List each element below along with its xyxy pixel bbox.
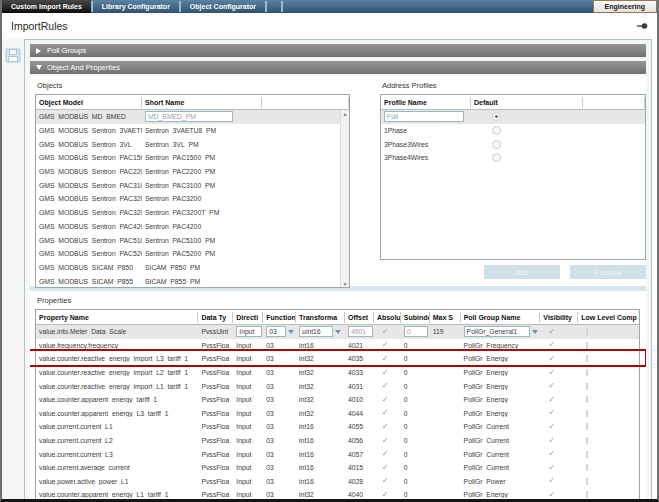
absolute-checkbox[interactable]: ✓: [377, 450, 389, 458]
absolute-checkbox[interactable]: ✓: [377, 341, 389, 349]
section-header-poll-groups[interactable]: Poll Groups: [30, 44, 646, 57]
tab-custom-import-rules[interactable]: Custom Import Rules: [2, 0, 91, 13]
absolute-checkbox[interactable]: ✓: [377, 423, 389, 431]
object-row[interactable]: GMS_MODBUS_Sentron_PAC4200Sentron_PAC420…: [36, 220, 340, 234]
object-row[interactable]: GMS_MODBUS_Sentron_PAC3200Sentron_PAC320…: [36, 206, 340, 220]
remove-button[interactable]: Remove: [570, 265, 646, 279]
property-row[interactable]: value.counter.apparent_energy_L1_tariff_…: [36, 488, 639, 502]
low-level-checkbox[interactable]: [586, 369, 588, 376]
add-button[interactable]: Add: [484, 265, 560, 279]
subindex-input[interactable]: 0: [404, 326, 428, 337]
visibility-checkbox[interactable]: ✓: [543, 328, 555, 336]
profile-row[interactable]: 1Phase: [381, 124, 645, 138]
property-row[interactable]: value.current.current_L2PvssFloaInput03i…: [36, 434, 639, 448]
absolute-checkbox[interactable]: ✓: [377, 477, 389, 485]
absolute-checkbox[interactable]: ✓: [377, 491, 389, 499]
object-row[interactable]: GMS_MODBUS_SICAM_P850SICAM_P850_PM: [36, 261, 340, 275]
low-level-checkbox[interactable]: [586, 478, 588, 485]
absolute-checkbox[interactable]: ✓: [377, 328, 389, 336]
object-row[interactable]: GMS_MODBUS_Sentron_PAC5100Sentron_PAC510…: [36, 233, 340, 247]
visibility-checkbox[interactable]: ✓: [543, 423, 555, 431]
pin-icon[interactable]: [636, 17, 648, 35]
absolute-checkbox[interactable]: ✓: [377, 369, 389, 377]
visibility-checkbox[interactable]: ✓: [543, 477, 555, 485]
function-input[interactable]: 03: [266, 326, 286, 337]
property-row[interactable]: value.counter.reactive_energy_import_L2_…: [36, 366, 639, 380]
visibility-cell: ✓: [540, 382, 578, 390]
object-row[interactable]: GMS_MODBUS_Sentron_PAC2200Sentron_PAC220…: [36, 165, 340, 179]
direction-input[interactable]: Input: [236, 326, 262, 337]
absolute-checkbox[interactable]: ✓: [377, 382, 389, 390]
engineering-mode-button[interactable]: Engineering: [593, 0, 657, 13]
object-row[interactable]: GMS_MODBUS_Sentron_3VLSentron_3VL_PM: [36, 137, 340, 151]
visibility-checkbox[interactable]: ✓: [543, 355, 555, 363]
visibility-checkbox[interactable]: ✓: [543, 409, 555, 417]
object-row[interactable]: GMS_MODBUS_SICAM_P855SICAM_P855_PM: [36, 274, 340, 288]
dropdown-icon[interactable]: [288, 330, 294, 334]
poll-group-input[interactable]: PollGr_General1: [464, 326, 530, 337]
dropdown-icon[interactable]: [532, 330, 538, 334]
tab-library-configurator[interactable]: Library Configurator: [93, 0, 179, 13]
object-row[interactable]: GMS_MODBUS_Sentron_PAC3200Sentron_PAC320…: [36, 192, 340, 206]
save-icon[interactable]: [5, 49, 21, 66]
low-level-checkbox[interactable]: [586, 491, 588, 498]
property-row[interactable]: value.info.Meter_Data_ScalePvssUintInput…: [36, 325, 639, 339]
property-row[interactable]: value.current.current_L1PvssFloaInput03i…: [36, 420, 639, 434]
absolute-checkbox[interactable]: ✓: [377, 396, 389, 404]
absolute-checkbox[interactable]: ✓: [377, 409, 389, 417]
visibility-checkbox[interactable]: ✓: [543, 464, 555, 472]
column-header: Max S: [430, 312, 461, 323]
profile-row[interactable]: Full: [381, 110, 645, 124]
object-row[interactable]: GMS_MODBUS_Sentron_PAC3100Sentron_PAC310…: [36, 178, 340, 192]
function-cell: 03: [263, 383, 296, 390]
low-level-checkbox[interactable]: [586, 464, 588, 471]
short-name-input[interactable]: MD_BMED_PM: [145, 111, 233, 122]
low-level-checkbox[interactable]: [586, 437, 588, 444]
property-row[interactable]: value.current.average_currentPvssFloaInp…: [36, 461, 639, 475]
visibility-checkbox[interactable]: ✓: [543, 369, 555, 377]
object-row[interactable]: GMS_MODBUS_Sentron_PAC1500Sentron_PAC150…: [36, 151, 340, 165]
scroll-up-icon[interactable]: ▲: [341, 110, 349, 119]
low-level-checkbox[interactable]: [586, 342, 588, 349]
object-row[interactable]: GMS_MODBUS_MD_BMEDMD_BMED_PM: [36, 110, 340, 124]
default-radio[interactable]: [492, 126, 501, 135]
tab-object-configurator[interactable]: Object Configurator: [181, 0, 265, 13]
property-row[interactable]: value.counter.apparent_energy_L3_tariff_…: [36, 407, 639, 421]
object-row[interactable]: GMS_MODBUS_Sentron_3VAETU8Sentron_3VAETU…: [36, 124, 340, 138]
visibility-checkbox[interactable]: ✓: [543, 396, 555, 404]
section-header-object-and-properties[interactable]: Object And Properties: [30, 61, 646, 74]
offset-input[interactable]: 4601: [348, 326, 373, 337]
visibility-checkbox[interactable]: ✓: [543, 341, 555, 349]
property-row[interactable]: value.current.current_L3PvssFloaInput03i…: [36, 447, 639, 461]
scroll-down-icon[interactable]: ▼: [341, 280, 349, 288]
property-row[interactable]: value.counter.reactive_energy_import_L1_…: [36, 379, 639, 393]
default-radio[interactable]: [492, 140, 501, 149]
profile-name-input[interactable]: Full: [384, 111, 464, 122]
absolute-checkbox[interactable]: ✓: [377, 355, 389, 363]
low-level-checkbox[interactable]: [586, 396, 588, 403]
transformation-input[interactable]: uint16: [299, 326, 333, 337]
objects-scrollbar[interactable]: ▲ ▼: [340, 110, 349, 288]
object-row[interactable]: GMS_MODBUS_Sentron_PAC5200Sentron_PAC520…: [36, 247, 340, 261]
profile-row[interactable]: 3Phase4Wires: [381, 151, 645, 165]
low-level-checkbox[interactable]: [586, 355, 588, 362]
property-row[interactable]: value.power.active_power_L1PvssFloaInput…: [36, 475, 639, 489]
low-level-checkbox[interactable]: [586, 410, 588, 417]
default-radio[interactable]: [492, 153, 501, 162]
low-level-checkbox[interactable]: [586, 383, 588, 390]
low-level-checkbox[interactable]: [586, 423, 588, 430]
default-radio[interactable]: [492, 112, 501, 121]
property-row[interactable]: value.counter.reactive_energy_import_L3_…: [36, 352, 639, 366]
visibility-checkbox[interactable]: ✓: [543, 491, 555, 499]
low-level-checkbox[interactable]: [586, 451, 588, 458]
property-row[interactable]: value.frequency.frequencyPvssFloaInput03…: [36, 339, 639, 353]
visibility-checkbox[interactable]: ✓: [543, 382, 555, 390]
visibility-checkbox[interactable]: ✓: [543, 437, 555, 445]
property-row[interactable]: value.counter.apparent_energy_tariff_1Pv…: [36, 393, 639, 407]
absolute-checkbox[interactable]: ✓: [377, 437, 389, 445]
absolute-checkbox[interactable]: ✓: [377, 464, 389, 472]
profile-row[interactable]: 3Phase3Wires: [381, 137, 645, 151]
dropdown-icon[interactable]: [335, 330, 341, 334]
visibility-checkbox[interactable]: ✓: [543, 450, 555, 458]
low-level-checkbox[interactable]: [586, 328, 588, 335]
